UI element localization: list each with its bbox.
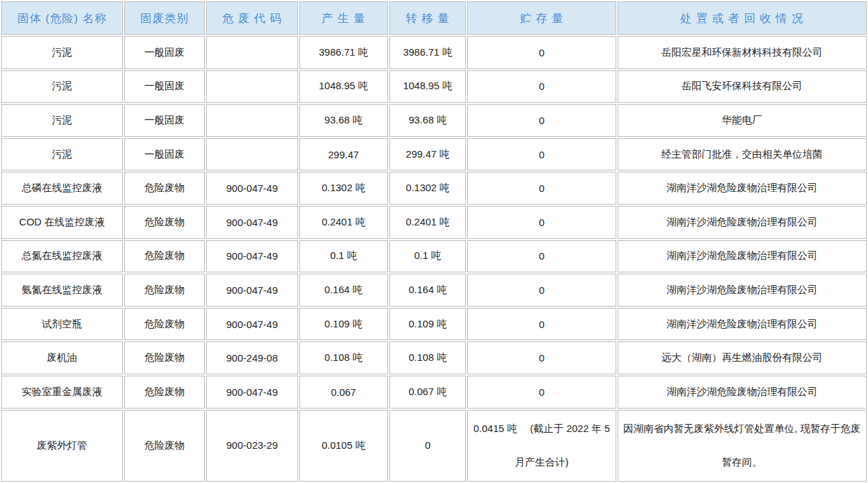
table-row: COD 在线监控废液 危险废物 900-047-49 0.2401 吨 0.24… [1, 206, 867, 239]
cell-produced-amount: 1048.95 吨 [299, 70, 388, 103]
cell-produced-amount: 0.109 吨 [299, 308, 388, 341]
cell-solid-name: 总氮在线监控废液 [1, 240, 123, 273]
cell-disposal-recovery: 华能电厂 [618, 104, 867, 137]
cell-stored-amount: 0 [467, 308, 616, 341]
table-row: 总氮在线监控废液 危险废物 900-047-49 0.1 吨 0.1 吨 0 湖… [1, 240, 867, 273]
cell-produced-amount: 0.2401 吨 [299, 206, 388, 239]
cell-stored-amount: 0 [467, 36, 616, 69]
cell-transferred-amount: 0 [389, 410, 467, 482]
cell-disposal-recovery: 湖南洋沙湖危险废物治理有限公司 [618, 376, 867, 409]
cell-produced-amount: 0.1302 吨 [299, 172, 388, 205]
cell-waste-category: 危险废物 [124, 206, 205, 239]
cell-disposal-recovery: 湖南洋沙湖危险废物治理有限公司 [618, 172, 867, 205]
cell-solid-name: 废紫外灯管 [1, 410, 123, 482]
cell-transferred-amount: 1048.95 吨 [389, 70, 467, 103]
cell-transferred-amount: 0.2401 吨 [389, 206, 467, 239]
cell-waste-category: 一般固废 [124, 70, 205, 103]
cell-disposal-recovery: 远大（湖南）再生燃油股份有限公司 [618, 341, 867, 374]
table-row: 污泥 一般固废 299.47 299.47 吨 0 经主管部门批准，交由相关单位… [1, 138, 867, 171]
table-row: 氨氮在线监控废液 危险废物 900-047-49 0.164 吨 0.164 吨… [1, 274, 867, 307]
cell-produced-amount: 0.067 [299, 376, 388, 409]
col-header-waste-category: 固废类别 [124, 1, 205, 35]
table-body: 污泥 一般固废 3986.71 吨 3986.71 吨 0 岳阳宏星和环保新材料… [1, 36, 867, 482]
cell-transferred-amount: 93.68 吨 [389, 104, 467, 137]
cell-disposal-recovery: 岳阳宏星和环保新材料科技有限公司 [618, 36, 867, 69]
cell-hazard-code: 900-023-29 [206, 410, 297, 482]
cell-transferred-amount: 0.1 吨 [389, 240, 467, 273]
cell-waste-category: 危险废物 [124, 308, 205, 341]
cell-stored-amount: 0 [467, 104, 616, 137]
cell-hazard-code: 900-047-49 [206, 308, 297, 341]
cell-disposal-recovery: 湖南洋沙湖危险废物治理有限公司 [618, 240, 867, 273]
cell-solid-name: 污泥 [1, 138, 123, 171]
table-row: 总磷在线监控废液 危险废物 900-047-49 0.1302 吨 0.1302… [1, 172, 867, 205]
table-row: 试剂空瓶 危险废物 900-047-49 0.109 吨 0.109 吨 0 湖… [1, 308, 867, 341]
cell-waste-category: 危险废物 [124, 172, 205, 205]
cell-produced-amount: 0.1 吨 [299, 240, 388, 273]
cell-hazard-code [206, 104, 297, 137]
col-header-produced-amount: 产 生 量 [299, 1, 388, 35]
cell-transferred-amount: 0.067 吨 [389, 376, 467, 409]
cell-disposal-recovery: 经主管部门批准，交由相关单位培菌 [618, 138, 867, 171]
cell-disposal-recovery: 湖南洋沙湖危险废物治理有限公司 [618, 308, 867, 341]
cell-hazard-code [206, 138, 297, 171]
cell-stored-amount: 0 [467, 376, 616, 409]
cell-waste-category: 一般固废 [124, 104, 205, 137]
cell-disposal-recovery: 因湖南省内暂无废紫外线灯管处置单位, 现暂存于危废暂存间。 [618, 410, 867, 482]
cell-disposal-recovery: 湖南洋沙湖危险废物治理有限公司 [618, 206, 867, 239]
cell-hazard-code: 900-047-49 [206, 172, 297, 205]
cell-solid-name: 废机油 [1, 341, 123, 374]
cell-transferred-amount: 0.1302 吨 [389, 172, 467, 205]
cell-stored-amount: 0 [467, 172, 616, 205]
cell-transferred-amount: 0.164 吨 [389, 274, 467, 307]
table-row: 污泥 一般固废 93.68 吨 93.68 吨 0 华能电厂 [1, 104, 867, 137]
solid-waste-table: 固体 (危险) 名称 固废类别 危 废 代 码 产 生 量 转 移 量 贮 存 … [0, 0, 868, 483]
cell-hazard-code: 900-047-49 [206, 206, 297, 239]
cell-produced-amount: 3986.71 吨 [299, 36, 388, 69]
cell-hazard-code [206, 70, 297, 103]
cell-disposal-recovery: 岳阳飞安环保科技有限公司 [618, 70, 867, 103]
cell-stored-amount: 0 [467, 138, 616, 171]
cell-waste-category: 危险废物 [124, 240, 205, 273]
cell-stored-amount: 0 [467, 206, 616, 239]
cell-hazard-code: 900-249-08 [206, 341, 297, 374]
cell-produced-amount: 93.68 吨 [299, 104, 388, 137]
cell-solid-name: 总磷在线监控废液 [1, 172, 123, 205]
col-header-solid-name: 固体 (危险) 名称 [1, 1, 123, 35]
table-row: 污泥 一般固废 1048.95 吨 1048.95 吨 0 岳阳飞安环保科技有限… [1, 70, 867, 103]
cell-stored-amount: 0 [467, 70, 616, 103]
cell-hazard-code: 900-047-49 [206, 274, 297, 307]
cell-solid-name: 污泥 [1, 104, 123, 137]
cell-produced-amount: 0.164 吨 [299, 274, 388, 307]
cell-waste-category: 一般固废 [124, 36, 205, 69]
col-header-disposal-recovery: 处 置 或 者 回 收 情 况 [618, 1, 867, 35]
cell-transferred-amount: 3986.71 吨 [389, 36, 467, 69]
col-header-hazard-code: 危 废 代 码 [206, 1, 297, 35]
cell-stored-amount: 0 [467, 274, 616, 307]
header-row: 固体 (危险) 名称 固废类别 危 废 代 码 产 生 量 转 移 量 贮 存 … [1, 1, 867, 35]
waste-report-page: 固体 (危险) 名称 固废类别 危 废 代 码 产 生 量 转 移 量 贮 存 … [0, 0, 868, 483]
cell-stored-amount: 0 [467, 240, 616, 273]
col-header-stored-amount: 贮 存 量 [467, 1, 616, 35]
cell-waste-category: 危险废物 [124, 341, 205, 374]
cell-solid-name: 污泥 [1, 36, 123, 69]
cell-waste-category: 危险废物 [124, 274, 205, 307]
table-row: 污泥 一般固废 3986.71 吨 3986.71 吨 0 岳阳宏星和环保新材料… [1, 36, 867, 69]
cell-waste-category: 危险废物 [124, 376, 205, 409]
table-row: 废机油 危险废物 900-249-08 0.108 吨 0.108 吨 0 远大… [1, 341, 867, 374]
cell-produced-amount: 0.0105 吨 [299, 410, 388, 482]
cell-transferred-amount: 299.47 吨 [389, 138, 467, 171]
cell-stored-amount: 0.0415 吨 (截止于 2022 年 5 月产生合计) [467, 410, 616, 482]
cell-solid-name: 试剂空瓶 [1, 308, 123, 341]
table-header: 固体 (危险) 名称 固废类别 危 废 代 码 产 生 量 转 移 量 贮 存 … [1, 1, 867, 35]
col-header-transferred-amount: 转 移 量 [389, 1, 467, 35]
cell-waste-category: 一般固废 [124, 138, 205, 171]
cell-solid-name: COD 在线监控废液 [1, 206, 123, 239]
cell-hazard-code: 900-047-49 [206, 240, 297, 273]
cell-stored-amount: 0 [467, 341, 616, 374]
cell-solid-name: 氨氮在线监控废液 [1, 274, 123, 307]
table-row: 废紫外灯管 危险废物 900-023-29 0.0105 吨 0 0.0415 … [1, 410, 867, 482]
cell-hazard-code [206, 36, 297, 69]
cell-transferred-amount: 0.108 吨 [389, 341, 467, 374]
cell-waste-category: 危险废物 [124, 410, 205, 482]
